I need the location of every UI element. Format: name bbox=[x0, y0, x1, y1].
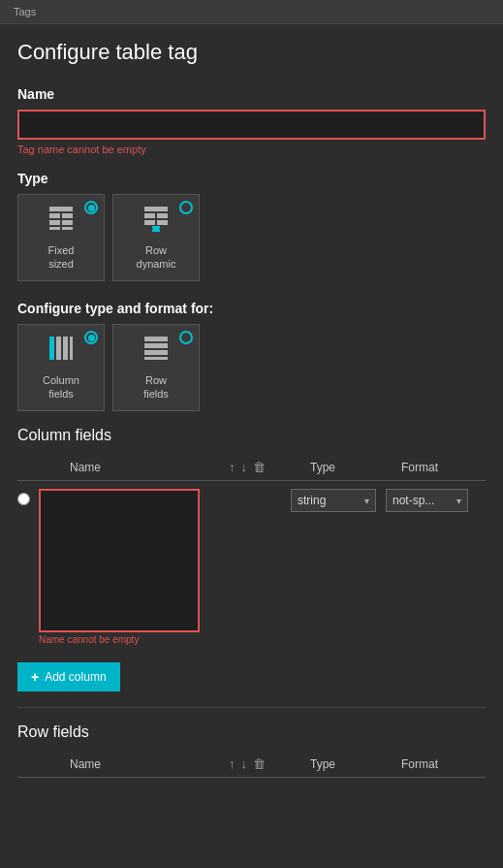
format-dropdown[interactable]: not-sp... ▾ bbox=[386, 489, 468, 512]
name-input[interactable] bbox=[17, 110, 486, 140]
type-dropdown-value: string bbox=[298, 494, 326, 507]
svg-rect-3 bbox=[49, 220, 60, 225]
add-column-button[interactable]: + Add column bbox=[17, 662, 120, 691]
row-col-header-type: Type bbox=[310, 757, 397, 771]
name-section: Name Tag name cannot be empty bbox=[17, 86, 486, 155]
row-radio[interactable] bbox=[17, 493, 30, 505]
row-fields-title: Row fields bbox=[17, 723, 486, 741]
col-header-format: Format bbox=[401, 461, 486, 474]
svg-rect-18 bbox=[70, 337, 73, 360]
column-fields-title: Column fields bbox=[17, 427, 486, 444]
svg-rect-4 bbox=[62, 220, 73, 225]
config-card-row-fields[interactable]: Row fields bbox=[112, 324, 200, 411]
type-cards: Fixed sized bbox=[17, 194, 486, 281]
col-header-name: Name bbox=[70, 461, 225, 474]
page-title: Configure table tag bbox=[17, 40, 486, 65]
delete-icon[interactable]: 🗑 bbox=[253, 460, 266, 474]
name-label: Name bbox=[17, 86, 486, 102]
configure-section: Configure type and format for: Column fi… bbox=[17, 301, 486, 411]
format-dropdown-arrow: ▾ bbox=[456, 496, 461, 506]
name-error: Tag name cannot be empty bbox=[17, 144, 486, 155]
row-col-header-name: Name bbox=[70, 757, 225, 771]
sort-down-icon[interactable]: ↓ bbox=[241, 460, 248, 474]
svg-rect-16 bbox=[56, 337, 61, 360]
row-dynamic-label: Row dynamic bbox=[137, 243, 176, 272]
column-fields-row: Name cannot be empty string ▾ not-sp... … bbox=[17, 481, 486, 653]
row-name-input[interactable] bbox=[39, 489, 200, 632]
svg-rect-21 bbox=[144, 350, 168, 355]
radio-row-dynamic bbox=[179, 201, 193, 214]
type-card-fixed-sized[interactable]: Fixed sized bbox=[17, 194, 105, 281]
type-section: Type Fixed bbox=[17, 171, 486, 281]
svg-rect-19 bbox=[144, 337, 168, 341]
svg-rect-0 bbox=[49, 207, 73, 211]
type-card-row-dynamic[interactable]: Row dynamic bbox=[112, 194, 200, 281]
breadcrumb: Tags bbox=[0, 0, 503, 24]
svg-rect-8 bbox=[144, 213, 155, 218]
add-column-icon: + bbox=[31, 669, 39, 685]
config-card-column-fields[interactable]: Column fields bbox=[17, 324, 105, 411]
row-fields-header: Name ↑ ↓ 🗑 Type Format bbox=[17, 751, 486, 778]
row-name-group: Name cannot be empty bbox=[39, 489, 200, 645]
column-fields-header: Name ↑ ↓ 🗑 Type Format bbox=[17, 454, 486, 481]
col-header-actions: ↑ ↓ 🗑 bbox=[229, 460, 306, 474]
svg-rect-15 bbox=[49, 337, 54, 360]
configure-label: Configure type and format for: bbox=[17, 301, 486, 316]
breadcrumb-label: Tags bbox=[14, 6, 36, 17]
row-col-header-format: Format bbox=[401, 757, 486, 771]
row-col-header-actions: ↑ ↓ 🗑 bbox=[229, 756, 306, 771]
add-column-label: Add column bbox=[45, 670, 106, 684]
svg-rect-5 bbox=[49, 227, 60, 230]
svg-rect-20 bbox=[144, 343, 168, 348]
row-fields-label: Row fields bbox=[143, 373, 169, 402]
svg-rect-2 bbox=[62, 213, 73, 218]
row-sort-up-icon[interactable]: ↑ bbox=[229, 756, 236, 771]
svg-rect-9 bbox=[157, 213, 168, 218]
svg-rect-1 bbox=[49, 213, 60, 218]
svg-rect-10 bbox=[144, 220, 155, 225]
column-fields-section: Column fields Name ↑ ↓ 🗑 Type Format Nam… bbox=[17, 427, 486, 691]
divider bbox=[17, 707, 486, 708]
row-delete-icon[interactable]: 🗑 bbox=[253, 756, 266, 771]
fixed-sized-icon bbox=[47, 205, 75, 238]
type-label: Type bbox=[17, 171, 486, 186]
column-fields-icon bbox=[47, 335, 75, 368]
row-entry: Name cannot be empty string ▾ not-sp... … bbox=[17, 489, 486, 645]
radio-row-fields bbox=[179, 331, 193, 344]
svg-rect-22 bbox=[144, 357, 168, 360]
fixed-sized-label: Fixed sized bbox=[48, 243, 75, 272]
svg-rect-17 bbox=[63, 337, 68, 360]
row-name-error: Name cannot be empty bbox=[39, 634, 200, 645]
radio-fixed-sized bbox=[84, 201, 98, 214]
column-fields-label: Column fields bbox=[43, 373, 79, 402]
row-dynamic-icon bbox=[142, 205, 170, 238]
svg-rect-11 bbox=[157, 220, 168, 225]
row-fields-icon bbox=[142, 335, 170, 368]
radio-column-fields bbox=[84, 331, 98, 344]
sort-up-icon[interactable]: ↑ bbox=[229, 460, 236, 474]
config-cards: Column fields Row fields bbox=[17, 324, 486, 411]
type-dropdown-arrow: ▾ bbox=[364, 496, 369, 506]
row-sort-down-icon[interactable]: ↓ bbox=[241, 756, 248, 771]
main-content: Configure table tag Name Tag name cannot… bbox=[0, 24, 503, 809]
format-dropdown-value: not-sp... bbox=[393, 494, 434, 507]
svg-rect-7 bbox=[144, 207, 168, 211]
svg-rect-6 bbox=[62, 227, 73, 230]
type-dropdown[interactable]: string ▾ bbox=[291, 489, 376, 512]
col-header-type: Type bbox=[310, 461, 397, 474]
row-fields-section: Row fields Name ↑ ↓ 🗑 Type Format bbox=[17, 723, 486, 778]
